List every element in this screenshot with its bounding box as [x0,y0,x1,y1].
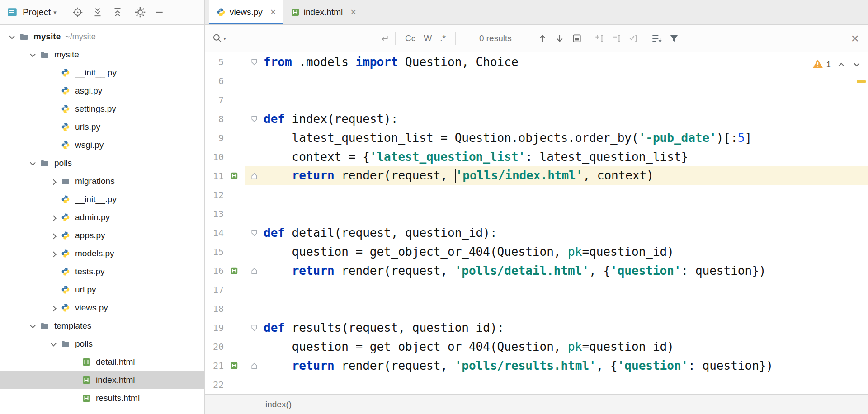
code-token: : question}) [681,264,766,278]
tree-item-wsgi-py[interactable]: wsgi.py [0,136,204,154]
tree-item-migrations[interactable]: migrations [0,172,204,190]
words-toggle[interactable]: W [424,33,432,43]
python-file-icon [60,141,71,150]
chevron-down-icon[interactable] [47,342,60,346]
remove-occurrence-icon[interactable] [611,33,623,44]
code-line-14[interactable]: 14def detail(request, question_id): [205,223,868,242]
divider [395,32,396,45]
tree-item--init-py[interactable]: __init__.py [0,64,204,82]
fold-marker-end[interactable] [245,172,264,180]
code-line-20[interactable]: 20 question = get_object_or_404(Question… [205,337,868,356]
fold-marker-end[interactable] [245,267,264,275]
code-text: question = get_object_or_404(Question, p… [264,245,674,259]
folder-icon [39,159,51,168]
tree-item-mysite[interactable]: mysite [0,46,204,64]
inspections-widget: 1 [812,59,862,71]
code-line-17[interactable]: 17 [205,280,868,299]
chevron-right-icon[interactable] [47,234,60,238]
chevron-down-icon[interactable] [26,53,39,57]
tree-item-models-py[interactable]: models.py [0,245,204,263]
close-tab-icon[interactable]: × [270,7,276,17]
project-tool-window-icon[interactable] [6,6,18,18]
tree-item-url-py[interactable]: url.py [0,281,204,299]
chevron-right-icon[interactable] [47,179,60,183]
filter-icon[interactable] [669,33,679,44]
newline-icon[interactable] [379,33,390,44]
settings-gear-icon[interactable] [134,6,146,18]
code-line-16[interactable]: 16 return render(request, 'polls/detail.… [205,261,868,280]
template-gutter-icon[interactable] [224,362,245,370]
code-token: context = { [264,150,370,164]
next-problem-icon[interactable] [852,60,862,70]
tree-item-templates[interactable]: templates [0,317,204,335]
regex-toggle[interactable]: .* [440,33,446,43]
template-gutter-icon[interactable] [224,267,245,275]
next-occurrence-icon[interactable] [554,33,565,44]
tree-item-mysite[interactable]: mysite~/mysite [0,28,204,46]
code-line-21[interactable]: 21 return render(request, 'polls/results… [205,356,868,375]
code-line-7[interactable]: 7 [205,90,868,109]
previous-occurrence-icon[interactable] [537,33,548,44]
code-line-12[interactable]: 12 [205,185,868,204]
code-line-9[interactable]: 9 latest_question_list = Question.object… [205,128,868,147]
tab-index-html[interactable]: index.html × [283,0,363,24]
match-case-toggle[interactable]: Cc [405,33,415,43]
chevron-down-icon[interactable] [26,161,39,165]
code-line-13[interactable]: 13 [205,204,868,223]
tree-item-settings-py[interactable]: settings.py [0,100,204,118]
locate-file-icon[interactable] [72,6,84,18]
tree-item-admin-py[interactable]: admin.py [0,208,204,226]
chevron-right-icon[interactable] [47,306,60,310]
close-tab-icon[interactable]: × [350,7,356,17]
tree-item-label: settings.py [75,104,116,114]
search-options-icon[interactable] [651,33,662,44]
find-in-selection-icon[interactable] [571,33,582,44]
tree-item-results-html[interactable]: results.html [0,389,204,407]
code-line-6[interactable]: 6 [205,71,868,90]
fold-marker-start[interactable] [245,324,264,332]
code-token: , { [589,264,610,278]
code-line-15[interactable]: 15 question = get_object_or_404(Question… [205,242,868,261]
tree-item-views-py[interactable]: views.py [0,299,204,317]
code-line-10[interactable]: 10 context = {'latest_question_list': la… [205,147,868,166]
chevron-down-icon[interactable] [26,324,39,328]
collapse-all-icon[interactable] [112,6,123,18]
select-all-occurrences-icon[interactable] [628,33,640,44]
code-line-19[interactable]: 19def results(request, question_id): [205,318,868,337]
tree-item-asgi-py[interactable]: asgi.py [0,82,204,100]
hide-panel-icon[interactable] [154,7,164,17]
fold-marker-start[interactable] [245,229,264,237]
expand-all-icon[interactable] [92,6,104,18]
chevron-right-icon[interactable] [47,216,60,220]
add-occurrence-icon[interactable] [594,33,605,44]
chevron-right-icon[interactable] [47,252,60,256]
fold-marker-start[interactable] [245,115,264,123]
fold-marker-end[interactable] [245,362,264,370]
code-line-22[interactable]: 22 [205,375,868,394]
tree-item--init-py[interactable]: __init__.py [0,190,204,208]
code-line-5[interactable]: 5from .models import Question, Choice [205,52,868,71]
tree-item-tests-py[interactable]: tests.py [0,263,204,281]
search-input[interactable] [230,29,379,47]
tree-item-urls-py[interactable]: urls.py [0,118,204,136]
scrollbar[interactable] [862,52,868,394]
close-search-icon[interactable]: × [851,32,859,45]
search-icon[interactable]: ▾ [212,33,226,44]
tab-views-py[interactable]: views.py × [209,0,283,24]
tree-item-detail-html[interactable]: detail.html [0,353,204,371]
prev-problem-icon[interactable] [836,60,846,70]
template-gutter-icon[interactable] [224,172,245,180]
tree-item-polls[interactable]: polls [0,154,204,172]
tree-item-polls[interactable]: polls [0,335,204,353]
tree-item-index-html[interactable]: index.html [0,371,204,389]
tree-item-apps-py[interactable]: apps.py [0,226,204,245]
chevron-down-icon[interactable] [5,35,18,39]
fold-marker-start[interactable] [245,58,264,66]
code-line-18[interactable]: 18 [205,299,868,318]
code-line-8[interactable]: 8def index(request): [205,109,868,128]
python-file-icon [60,213,71,222]
breadcrumb-item[interactable]: index() [265,400,292,409]
project-selector[interactable]: Project ▾ [23,7,57,18]
code-line-11[interactable]: 11 return render(request, 'polls/index.h… [205,166,868,185]
editor[interactable]: 5from .models import Question, Choice678… [205,52,868,394]
